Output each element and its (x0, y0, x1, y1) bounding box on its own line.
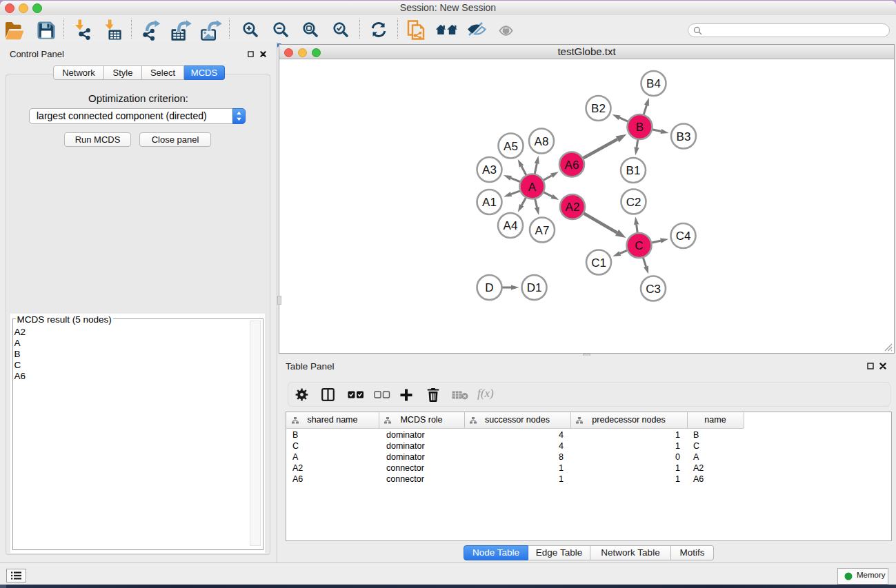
svg-text:C4: C4 (676, 230, 691, 243)
svg-text:A: A (528, 181, 537, 194)
svg-text:C3: C3 (646, 283, 661, 296)
svg-text:A6: A6 (565, 159, 579, 172)
svg-text:B4: B4 (646, 77, 661, 90)
svg-text:A1: A1 (482, 196, 497, 209)
svg-text:B2: B2 (591, 102, 606, 115)
svg-text:B: B (636, 121, 644, 134)
svg-text:C2: C2 (626, 196, 641, 209)
svg-text:B3: B3 (677, 130, 691, 143)
svg-text:A4: A4 (504, 219, 518, 232)
svg-text:D1: D1 (527, 281, 542, 294)
svg-text:C1: C1 (591, 256, 606, 270)
svg-text:C: C (635, 239, 643, 252)
svg-text:A2: A2 (566, 201, 580, 214)
svg-text:A3: A3 (482, 163, 497, 176)
svg-text:A7: A7 (535, 224, 550, 237)
svg-text:D: D (485, 281, 493, 294)
svg-text:A5: A5 (504, 140, 518, 153)
svg-text:A8: A8 (535, 135, 549, 148)
svg-text:B1: B1 (626, 164, 641, 177)
